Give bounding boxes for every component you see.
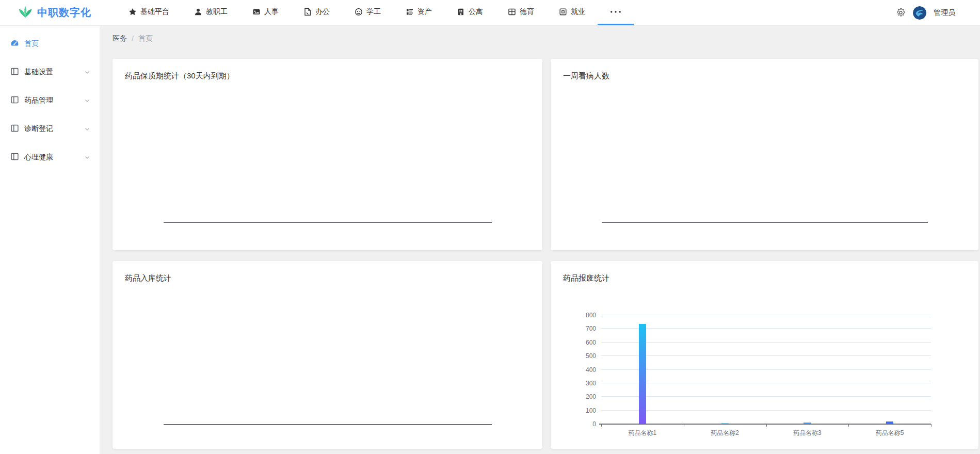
empty-chart-axis bbox=[164, 424, 492, 425]
sidebar-item-label: 心理健康 bbox=[24, 153, 53, 162]
nav-item-hr[interactable]: 人事 bbox=[240, 0, 291, 25]
username[interactable]: 管理员 bbox=[934, 8, 955, 18]
nav-label: 人事 bbox=[264, 7, 279, 17]
nav-item-apartment[interactable]: 公寓 bbox=[444, 0, 495, 25]
app-logo[interactable]: 中职数字化 bbox=[0, 0, 116, 25]
chevron-down-icon bbox=[84, 98, 90, 104]
nav-label: 资产 bbox=[417, 7, 432, 17]
card-title: 药品报废统计 bbox=[563, 273, 609, 283]
y-axis-label: 600 bbox=[551, 339, 596, 346]
building-icon bbox=[457, 8, 465, 16]
sidebar-item-mental-health[interactable]: 心理健康 bbox=[0, 147, 100, 168]
nav-item-office[interactable]: 办公 bbox=[291, 0, 342, 25]
breadcrumb-separator: / bbox=[132, 35, 134, 43]
topbar-right: 管理员 bbox=[896, 0, 980, 25]
card-weekly-patients: 一周看病人数 bbox=[551, 59, 978, 250]
y-axis-label: 400 bbox=[551, 366, 596, 374]
sidebar-item-label: 药品管理 bbox=[24, 96, 53, 105]
bar-药品名称1 bbox=[639, 324, 646, 424]
nav-label: 教职工 bbox=[206, 7, 228, 17]
nav-item-employment[interactable]: 就业 bbox=[547, 0, 598, 25]
book-icon bbox=[10, 124, 19, 134]
bar-药品名称2 bbox=[721, 423, 729, 424]
sidebar-item-medicine-management[interactable]: 药品管理 bbox=[0, 90, 100, 111]
nav-label: 学工 bbox=[366, 7, 381, 17]
sidebar-item-label: 首页 bbox=[24, 39, 39, 48]
app-title: 中职数字化 bbox=[37, 6, 91, 20]
x-axis-category-label: 药品名称1 bbox=[629, 429, 657, 437]
bar-药品名称3 bbox=[804, 423, 811, 424]
frame-icon bbox=[559, 8, 567, 16]
main-nav: 基础平台 教职工 人事 办公 学工 bbox=[116, 0, 634, 25]
list-icon bbox=[406, 8, 414, 16]
gridline bbox=[601, 410, 931, 411]
y-axis-label: 300 bbox=[551, 380, 596, 387]
dashboard-grid: 药品保质期统计（30天内到期） 一周看病人数 药品入库统计 药品报废统计 010… bbox=[113, 59, 978, 449]
gridline bbox=[601, 328, 931, 329]
dashboard-icon bbox=[10, 39, 19, 49]
book-icon bbox=[10, 152, 19, 163]
sidebar-item-label: 基础设置 bbox=[24, 68, 53, 77]
card-title: 药品保质期统计（30天内到期） bbox=[125, 71, 234, 81]
gridline bbox=[601, 383, 931, 383]
chevron-down-icon bbox=[84, 126, 90, 132]
chevron-down-icon bbox=[84, 69, 90, 75]
nav-label: 公寓 bbox=[469, 7, 483, 17]
empty-chart-axis bbox=[602, 222, 928, 223]
star-icon bbox=[128, 8, 137, 16]
leaf-logo-icon bbox=[18, 4, 33, 22]
id-card-icon bbox=[252, 8, 261, 16]
gear-icon[interactable] bbox=[896, 8, 906, 18]
grid-icon bbox=[508, 8, 516, 16]
breadcrumb-item-medical[interactable]: 医务 bbox=[113, 34, 127, 43]
nav-label: 德育 bbox=[520, 7, 534, 17]
sidebar-item-basic-settings[interactable]: 基础设置 bbox=[0, 61, 100, 83]
y-axis-label: 700 bbox=[551, 325, 596, 332]
empty-chart-axis bbox=[164, 222, 492, 223]
x-axis-tick bbox=[931, 424, 931, 427]
card-title: 药品入库统计 bbox=[125, 273, 171, 283]
y-axis-label: 0 bbox=[551, 420, 596, 428]
card-medicine-scrap: 药品报废统计 0100200300400500600700800药品名称1药品名… bbox=[551, 261, 978, 449]
sidebar-item-label: 诊断登记 bbox=[24, 124, 53, 134]
ellipsis-icon bbox=[610, 10, 621, 13]
book-icon bbox=[10, 95, 19, 106]
card-medicine-inbound: 药品入库统计 bbox=[113, 261, 542, 449]
nav-item-more[interactable] bbox=[598, 0, 634, 25]
card-title: 一周看病人数 bbox=[563, 71, 609, 81]
main-content: 医务 / 首页 药品保质期统计（30天内到期） 一周看病人数 药品入库统计 药品… bbox=[100, 0, 980, 449]
topbar: 中职数字化 基础平台 教职工 人事 办公 bbox=[0, 0, 980, 26]
sidebar-item-home[interactable]: 首页 bbox=[0, 33, 100, 55]
gridline bbox=[601, 369, 931, 370]
scrap-bar-chart: 0100200300400500600700800药品名称1药品名称2药品名称3… bbox=[601, 315, 931, 424]
nav-label: 基础平台 bbox=[140, 7, 169, 17]
nav-label: 办公 bbox=[315, 7, 330, 17]
nav-item-moral-education[interactable]: 德育 bbox=[495, 0, 547, 25]
x-axis-tick bbox=[848, 424, 849, 427]
breadcrumb-item-home: 首页 bbox=[138, 34, 153, 43]
file-icon bbox=[303, 8, 312, 16]
y-axis-label: 500 bbox=[551, 352, 596, 360]
x-axis-category-label: 药品名称3 bbox=[793, 429, 822, 437]
y-axis-label: 800 bbox=[551, 312, 596, 319]
x-axis-tick bbox=[766, 424, 767, 427]
book-icon bbox=[10, 67, 19, 77]
y-axis-label: 200 bbox=[551, 393, 596, 400]
x-axis-tick bbox=[601, 424, 602, 427]
gridline bbox=[601, 355, 931, 356]
bar-药品名称5 bbox=[886, 421, 893, 424]
breadcrumb: 医务 / 首页 bbox=[113, 34, 978, 43]
nav-item-staff[interactable]: 教职工 bbox=[182, 0, 240, 25]
sidebar: 首页 基础设置 药品管理 诊断登记 心理健康 bbox=[0, 26, 100, 454]
face-icon bbox=[355, 8, 363, 16]
nav-item-base-platform[interactable]: 基础平台 bbox=[116, 0, 182, 25]
x-axis-category-label: 药品名称5 bbox=[876, 429, 904, 437]
sidebar-item-diagnosis-registration[interactable]: 诊断登记 bbox=[0, 118, 100, 140]
nav-item-assets[interactable]: 资产 bbox=[393, 0, 444, 25]
nav-item-student-affairs[interactable]: 学工 bbox=[342, 0, 393, 25]
x-axis-line bbox=[599, 424, 931, 425]
person-icon bbox=[194, 8, 202, 16]
x-axis-category-label: 药品名称2 bbox=[711, 429, 739, 437]
user-avatar[interactable] bbox=[913, 6, 926, 20]
gridline bbox=[601, 342, 931, 343]
